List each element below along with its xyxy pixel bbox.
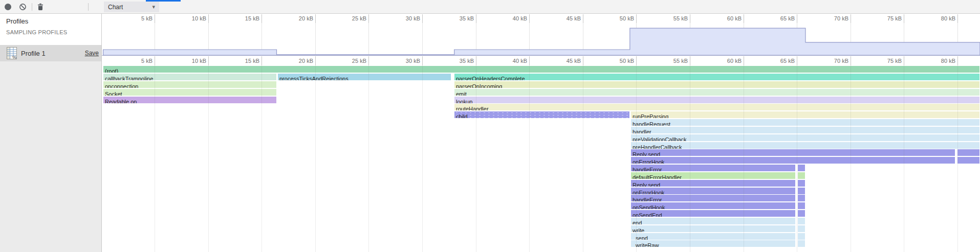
frame-write_[interactable] — [798, 225, 805, 232]
sidebar-title: Profiles — [6, 17, 28, 25]
frame-lookup[interactable]: lookup — [454, 97, 979, 103]
flame-gridline-overlay — [315, 65, 316, 252]
frame-label: defaultErrorHandler — [631, 174, 682, 179]
frame-child[interactable]: child — [454, 111, 629, 118]
flame-gridline-overlay — [583, 65, 583, 252]
profile-list-item[interactable]: % Profile 1 Save — [0, 45, 101, 61]
active-tab-indicator[interactable] — [146, 0, 181, 2]
view-mode-select[interactable]: Chart ▾ — [104, 2, 159, 12]
flame-ruler-tick — [315, 56, 316, 65]
frame-runPreParsing[interactable]: runPreParsing — [631, 111, 979, 118]
flame-gridline-overlay — [476, 65, 476, 252]
frame-onSendEnd[interactable]: onSendEnd — [631, 210, 795, 217]
frame-onSendHook[interactable]: onSendHook — [631, 202, 795, 209]
frame-end[interactable] — [798, 218, 805, 224]
frame-label: parserOnHeadersComplete — [454, 76, 525, 80]
frame-label: Reply.send — [631, 182, 660, 187]
frame-routeHandler[interactable]: routeHandler — [454, 104, 979, 110]
frame-defaultErrorHandler[interactable]: defaultErrorHandler — [631, 172, 795, 179]
flame-ruler-tick — [155, 56, 155, 65]
frame-onErrorHook[interactable]: onErrorHook — [631, 188, 795, 194]
flame-ruler-label: 10 kB — [178, 58, 206, 64]
flame-ruler-tick — [851, 56, 851, 65]
frame-handleRequest[interactable]: handleRequest — [631, 119, 979, 126]
record-button[interactable] — [1, 0, 14, 13]
frame-label: preValidationCallback — [631, 136, 687, 141]
flame-ruler-label: 25 kB — [338, 58, 366, 64]
save-profile-link[interactable]: Save — [85, 50, 99, 57]
flame-ruler-label: 5 kB — [124, 58, 153, 64]
frame-Reply.send[interactable] — [798, 180, 805, 187]
flame-gridline-overlay — [851, 65, 851, 252]
flame-gridline-overlay — [744, 65, 744, 252]
frame-onErrorHook[interactable] — [798, 188, 805, 194]
frame-parserOnHeadersComplete[interactable]: parserOnHeadersComplete — [454, 74, 979, 80]
frame-label: handleRequest — [631, 121, 670, 126]
frame-parserOnIncoming[interactable]: parserOnIncoming — [454, 81, 979, 88]
flame-ruler-tick — [636, 56, 637, 65]
frame-_writeRaw[interactable]: _writeRaw — [631, 240, 795, 247]
sampling-profiles-heading: SAMPLING PROFILES — [6, 29, 67, 35]
frame-label: routeHandler — [454, 106, 489, 110]
frame-label: onconnection — [103, 83, 138, 88]
frame-handleError[interactable] — [798, 165, 805, 171]
clear-profiles-button[interactable] — [16, 0, 29, 13]
frame-handleError[interactable]: handleError — [631, 165, 795, 171]
overview-silhouette — [103, 28, 980, 55]
flame-ruler-tick — [422, 56, 423, 65]
flame-ruler-label: 30 kB — [391, 58, 420, 64]
frame-Reply.send[interactable]: Reply.send — [631, 149, 955, 156]
frame-label: callbackTrampoline — [103, 76, 153, 80]
allocation-overview-area[interactable] — [102, 14, 980, 56]
frame-handleError[interactable] — [798, 195, 805, 201]
frame-handler[interactable]: handler — [631, 127, 979, 133]
frame-onSendEnd[interactable] — [798, 210, 805, 217]
toolbar: Chart ▾ — [0, 0, 980, 14]
flame-ruler-label: 45 kB — [552, 58, 581, 64]
frame-label: Socket — [103, 91, 122, 96]
flame-gridline-overlay — [690, 65, 690, 252]
frame-Reply.send[interactable]: Reply.send — [631, 180, 795, 187]
flame-ruler-tick — [904, 56, 904, 65]
flame-ruler-label: 70 kB — [820, 58, 848, 64]
frame-end[interactable]: end — [631, 218, 795, 224]
frame-Readable.on[interactable]: Readable.on — [103, 97, 276, 103]
frame-emit[interactable]: emit — [454, 89, 979, 96]
frame-_send[interactable] — [798, 233, 805, 240]
frame-root[interactable]: (root) — [103, 66, 979, 73]
frame-onErrorHook[interactable] — [957, 157, 979, 164]
flame-gridline-overlay — [904, 65, 904, 252]
chevron-down-icon: ▾ — [152, 4, 155, 10]
flame-ruler-tick — [690, 56, 690, 65]
flame-gridline-overlay — [262, 65, 262, 252]
frame-Socket[interactable]: Socket — [103, 89, 276, 96]
flame-ruler-label: 50 kB — [605, 58, 634, 64]
profile-name: Profile 1 — [21, 50, 46, 57]
frame-_writeRaw[interactable] — [798, 240, 805, 247]
frame-onconnection[interactable]: onconnection — [103, 81, 276, 88]
frame-label: lookup — [454, 99, 472, 103]
frame-label: write_ — [631, 227, 647, 232]
flame-ruler-label: 65 kB — [766, 58, 795, 64]
frame-_send[interactable]: _send — [631, 233, 795, 240]
block-icon — [19, 3, 27, 11]
frame-label: processTicksAndRejections — [278, 76, 349, 80]
frame-Reply.send[interactable] — [957, 149, 979, 156]
frame-preHandlerCallback[interactable]: preHandlerCallback — [631, 142, 979, 149]
frame-preValidationCallback[interactable]: preValidationCallback — [631, 134, 979, 141]
flame-ruler-tick — [529, 56, 530, 65]
frame-onSendHook[interactable] — [798, 202, 805, 209]
frame-onErrorHook[interactable]: onErrorHook — [631, 157, 955, 164]
flame-ruler-label: 80 kB — [927, 58, 955, 64]
memory-profiler-panel: Chart ▾ Profiles SAMPLING PROFILES % Pro… — [0, 0, 980, 252]
delete-profile-button[interactable] — [34, 0, 47, 13]
frame-handleError[interactable]: handleError — [631, 195, 795, 201]
frame-processTicksAndRejections[interactable]: processTicksAndRejections — [278, 74, 451, 80]
profile-document-icon: % — [7, 47, 17, 59]
frame-callbackTrampoline[interactable]: callbackTrampoline — [103, 74, 276, 80]
flame-gridline-overlay — [368, 65, 369, 252]
frame-write_[interactable]: write_ — [631, 225, 795, 232]
frame-defaultErrorHandler[interactable] — [798, 172, 805, 179]
toolbar-divider-2 — [88, 3, 89, 11]
flame-ruler-label: 15 kB — [231, 58, 259, 64]
